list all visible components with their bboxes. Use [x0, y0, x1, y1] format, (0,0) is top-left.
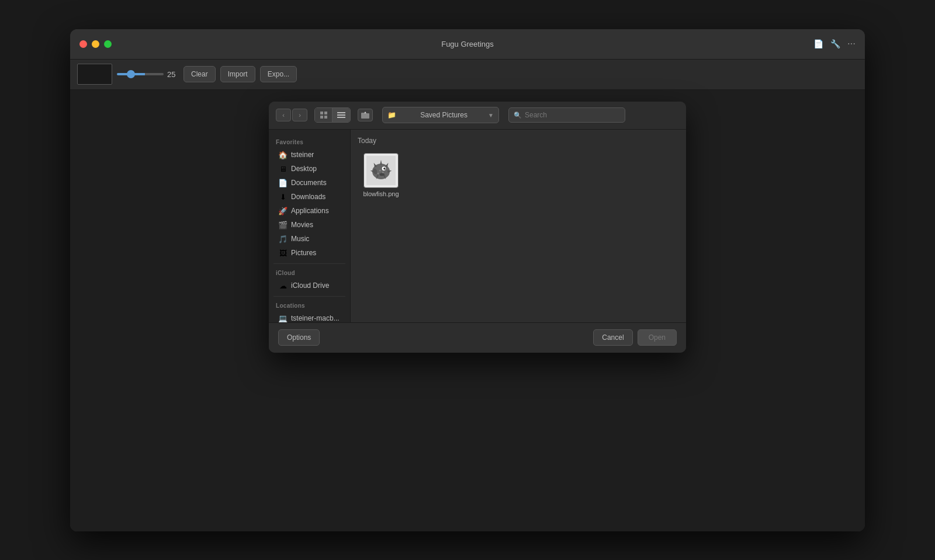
sidebar-item-label: Music [291, 235, 309, 243]
sidebar-item-label: Desktop [291, 165, 317, 173]
more-icon[interactable]: ⋯ [847, 39, 856, 48]
slider-value: 25 [167, 70, 179, 79]
file-name: blowfish.png [363, 190, 399, 197]
file-dialog-overlay: ‹ › [70, 90, 865, 531]
svg-rect-2 [320, 116, 323, 119]
up-dir-button[interactable] [358, 109, 373, 121]
location-name: Saved Pictures [420, 111, 468, 119]
pictures-icon: 🖼 [278, 249, 288, 258]
sidebar-divider-2 [273, 296, 345, 297]
favorites-section-label: Favorites [269, 137, 350, 148]
folder-up-icon [361, 112, 369, 119]
sidebar-item-icloud-drive[interactable]: ☁ iCloud Drive [271, 279, 348, 293]
svg-rect-4 [337, 112, 345, 113]
search-field[interactable]: 🔍 [508, 107, 625, 123]
location-dropdown[interactable]: 📁 Saved Pictures ▼ [382, 107, 499, 123]
home-icon: 🏠 [278, 151, 288, 159]
import-button[interactable]: Import [220, 66, 255, 82]
traffic-lights [79, 40, 112, 48]
back-button[interactable]: ‹ [276, 109, 291, 121]
view-buttons [314, 107, 351, 123]
footer-left: Options [278, 329, 320, 346]
toolbar: 25 Clear Import Expo... [70, 60, 865, 90]
sidebar-item-label: Applications [291, 207, 329, 215]
sidebar-item-music[interactable]: 🎵 Music [271, 232, 348, 246]
maximize-button[interactable] [104, 40, 112, 48]
svg-point-21 [380, 173, 385, 176]
export-button[interactable]: Expo... [260, 66, 297, 82]
clear-button[interactable]: Clear [183, 66, 216, 82]
search-icon: 🔍 [514, 112, 522, 119]
svg-rect-8 [361, 113, 365, 114]
size-slider[interactable] [117, 73, 164, 75]
music-icon: 🎵 [278, 235, 288, 244]
app-window: Fugu Greetings 📄 🔧 ⋯ 25 Clear Import Exp… [70, 29, 865, 531]
svg-point-24 [382, 172, 384, 173]
minimize-button[interactable] [92, 40, 99, 48]
sidebar-item-macbook[interactable]: 💻 tsteiner-macb... [271, 312, 348, 322]
sidebar-item-label: Downloads [291, 193, 325, 201]
sidebar-item-label: Documents [291, 179, 327, 187]
canvas-preview [77, 64, 112, 85]
list-view-button[interactable] [333, 108, 350, 122]
icon-view-button[interactable] [315, 108, 333, 122]
title-actions: 📄 🔧 ⋯ [813, 39, 856, 48]
close-button[interactable] [79, 40, 87, 48]
locations-section-label: Locations [269, 300, 350, 311]
svg-rect-6 [337, 117, 345, 118]
search-input[interactable] [525, 111, 620, 119]
file-item[interactable]: blowfish.png [358, 151, 404, 200]
documents-icon: 📄 [278, 179, 288, 187]
dialog-toolbar: ‹ › [269, 102, 686, 130]
document-icon[interactable]: 📄 [813, 39, 823, 48]
laptop-icon: 💻 [278, 314, 288, 322]
downloads-icon: ⬇ [278, 193, 288, 201]
dialog-footer: Options Cancel Open [269, 322, 686, 353]
sidebar-item-label: tsteiner-macb... [291, 314, 340, 322]
puzzle-icon[interactable]: 🔧 [830, 39, 840, 48]
slider-container: 25 [117, 70, 179, 79]
icloud-icon: ☁ [278, 281, 288, 290]
sidebar-item-label: tsteiner [291, 151, 314, 159]
cancel-button[interactable]: Cancel [593, 329, 632, 346]
grid-icon [320, 112, 327, 119]
icloud-section-label: iCloud [269, 267, 350, 279]
file-thumbnail [363, 153, 399, 188]
sidebar-item-pictures[interactable]: 🖼 Pictures [271, 246, 348, 260]
open-button[interactable]: Open [638, 329, 677, 346]
sidebar-divider [273, 263, 345, 264]
movies-icon: 🎬 [278, 221, 288, 229]
sidebar-item-desktop[interactable]: 🖥 Desktop [271, 162, 348, 176]
dialog-sidebar: Favorites 🏠 tsteiner 🖥 Desktop 📄 Documen… [269, 130, 351, 322]
files-grid: blowfish.png [358, 151, 679, 200]
dialog-main-area: Today [351, 130, 686, 322]
sidebar-item-documents[interactable]: 📄 Documents [271, 176, 348, 190]
blowfish-thumbnail [366, 156, 396, 185]
svg-point-23 [379, 169, 381, 171]
title-bar: Fugu Greetings 📄 🔧 ⋯ [70, 29, 865, 60]
svg-point-26 [384, 169, 386, 171]
desktop-icon: 🖥 [278, 165, 288, 173]
sidebar-item-tsteiner[interactable]: 🏠 tsteiner [271, 148, 348, 162]
svg-rect-1 [324, 112, 327, 114]
sidebar-item-downloads[interactable]: ⬇ Downloads [271, 190, 348, 204]
svg-point-25 [378, 172, 379, 174]
folder-icon: 📁 [387, 111, 396, 119]
svg-rect-3 [324, 116, 327, 119]
file-dialog: ‹ › [269, 102, 686, 353]
dialog-body: Favorites 🏠 tsteiner 🖥 Desktop 📄 Documen… [269, 130, 686, 322]
svg-marker-9 [364, 112, 366, 113]
date-section-label: Today [358, 137, 679, 145]
chevron-down-icon: ▼ [488, 112, 494, 119]
options-button[interactable]: Options [278, 329, 320, 346]
sidebar-item-applications[interactable]: 🚀 Applications [271, 204, 348, 218]
list-icon [337, 112, 345, 118]
forward-button[interactable]: › [292, 109, 307, 121]
svg-rect-5 [337, 114, 345, 116]
nav-btn-group: ‹ › [276, 109, 307, 121]
sidebar-item-label: Movies [291, 221, 313, 229]
main-content: ‹ › [70, 90, 865, 531]
sidebar-item-label: iCloud Drive [291, 281, 329, 290]
sidebar-item-movies[interactable]: 🎬 Movies [271, 218, 348, 232]
svg-rect-0 [320, 112, 323, 114]
